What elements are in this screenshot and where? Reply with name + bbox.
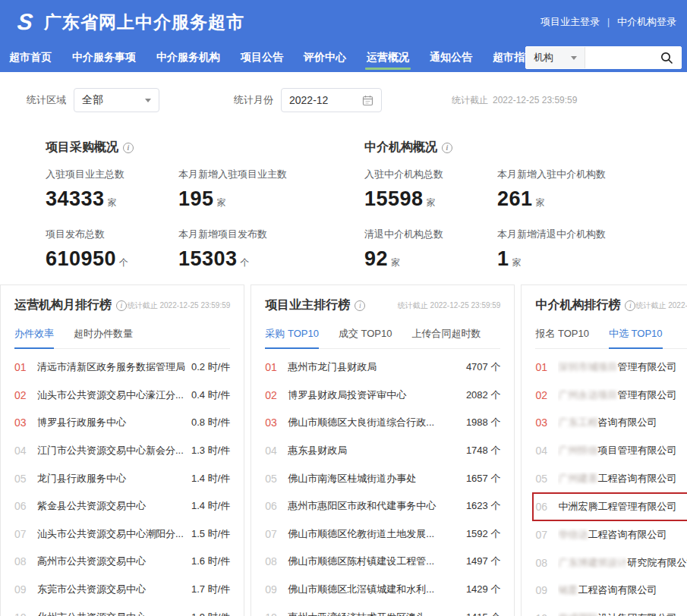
org-name-text: 研究院有限公司 [627,557,687,568]
panel-0-tab-0[interactable]: 办件效率 [14,321,54,348]
rank-value-number: 1.3 [191,445,205,456]
org-name: 佛山市南海区桂城街道办事处 [288,472,466,486]
stat-value: 34333家 [46,187,178,211]
stat-label: 项目发布总数 [46,228,178,241]
search-button[interactable] [652,47,681,68]
panel-2-tab-0[interactable]: 报名 TOP10 [535,321,589,348]
overview-stats-grid: 入驻项目业主总数34333家本月新增入驻项目业主数195家项目发布总数61095… [46,168,364,271]
ranking-row: 09东莞市公共资源交易中心1.7 时/件 [14,576,230,604]
overview-title-text: 中介机构概况 [364,140,437,156]
org-name: 佛山市顺德区伦教街道土地发展... [288,527,466,541]
ranking-row: 04江门市公共资源交易中心新会分...1.3 时/件 [14,437,230,465]
overview-stats-grid: 入驻中介机构总数15598家本月新增入驻中介机构数261家清退中介机构总数92家… [364,168,683,271]
nav-item-0[interactable]: 超市首页 [9,44,52,72]
info-icon[interactable]: i [116,300,127,311]
ranking-row: 05佛山市南海区桂城街道办事处1657 个 [265,464,500,492]
nav-item-3[interactable]: 项目公告 [241,44,283,72]
panel-1-tab-1[interactable]: 成交 TOP10 [339,321,392,348]
org-name: 东莞市公共资源交易中心 [37,583,191,596]
nav-item-6[interactable]: 通知公告 [430,44,472,72]
rank-value-number: 1748 [466,445,488,456]
nav-item-4[interactable]: 评价中心 [304,44,346,72]
panel-1-tab-0[interactable]: 采购 TOP10 [265,321,319,348]
rank-value-unit: 个 [488,555,501,567]
main-nav: 超市首页中介服务事项中介服务机构项目公告评价中心运营概况通知公告超市指南 机构 [0,44,687,72]
org-name: 博罗县行政服务中心 [37,416,191,429]
rank-value-number: 1988 [466,416,488,428]
rank-value: 1988 个 [466,416,501,429]
info-icon[interactable]: i [355,300,365,311]
org-name-text: 江门市公共资源交易中心新会分... [37,445,184,456]
org-name-text: 设计集团有限公司 [597,612,676,616]
search-input[interactable] [585,47,652,68]
org-name: 佛山市顺德区陈村镇建设工程管... [288,555,466,568]
org-name-text: 清远市清新区政务服务数据管理局 [37,361,185,372]
info-icon[interactable]: i [442,143,452,153]
panel-tabs: 办件效率超时办件数量 [14,321,230,349]
login-link-0[interactable]: 项目业主登录 [540,15,600,29]
panel-cutoff: 统计截止 2022-12-25 23:59:59 [398,300,501,311]
org-name-text: 龙门县行政服务中心 [37,473,126,484]
rank-number: 01 [535,361,558,373]
overview-section: 项目采购概况i入驻项目业主总数34333家本月新增入驻项目业主数195家项目发布… [0,123,687,275]
region-filter-select[interactable]: 全部 [74,88,159,112]
month-filter-input[interactable]: 2022-12 [281,88,382,112]
rank-value-unit: 个 [488,528,501,539]
org-name: 华信达工程咨询有限公司 [558,528,687,542]
nav-item-1[interactable]: 中介服务事项 [72,44,136,72]
search-category-select[interactable]: 机构 [526,47,585,68]
stats-cutoff: 统计截止2022-12-25 23:59:59 [452,94,577,107]
redacted-text: 广州建基 [558,473,597,484]
ranking-row: 01惠州市龙门县财政局4707 个 [265,354,500,382]
org-name: 高州市公共资源交易中心 [37,555,191,568]
stat-unit: 家 [536,197,546,208]
ranking-row: 06惠州市惠阳区市政和代建事务中心1623 个 [265,492,500,520]
ranking-row: 06紫金县公共资源交易中心1.4 时/件 [14,492,230,520]
ranking-panel-1: 项目业主排行榜i统计截止 2022-12-25 23:59:59采购 TOP10… [251,284,515,616]
panel-title: 中介机构排行榜 [535,297,620,313]
rank-value-unit: 个 [488,500,501,511]
panel-cutoff: 统计截止 2022-12-25 23:59:59 [635,300,687,311]
rank-value: 2082 个 [466,388,501,402]
org-name-text: 佛山市顺德区大良街道综合行政... [288,416,434,428]
stat-value: 261家 [497,187,683,211]
nav-item-5[interactable]: 运营概况 [367,44,409,72]
stat-label: 入驻中介机构总数 [364,168,497,181]
info-icon[interactable]: i [123,143,134,153]
rank-value-unit: 个 [488,611,501,616]
region-filter-value: 全部 [82,93,103,107]
org-name: 佛山市顺德区大良街道综合行政... [288,416,466,429]
org-name: 博罗县财政局投资评审中心 [288,388,466,402]
rank-value-number: 4707 [466,361,488,372]
panel-1-tab-2[interactable]: 上传合同超时数 [411,321,481,348]
stat-value: 92家 [364,247,497,271]
org-name-text: 惠东县财政局 [288,445,347,456]
rank-number: 05 [14,473,37,485]
rank-value: 1.6 时/件 [191,555,230,568]
info-icon[interactable]: i [625,300,635,311]
panel-0-tab-1[interactable]: 超时办件数量 [74,321,133,348]
rank-value-unit: 时/件 [205,389,230,401]
rank-number: 02 [535,389,558,401]
ranking-row: 10华成国际设计集团有限公司2301 个 [535,605,687,616]
ranking-row-highlighted: 06中洲宏腾工程管理有限公司2522 个 [532,492,687,521]
rank-value-unit: 时/件 [205,473,230,484]
redacted-text: 华信达 [558,529,588,540]
stat-unit: 家 [217,197,227,208]
login-link-1[interactable]: 中介机构登录 [617,15,676,29]
calendar-icon [362,95,373,106]
org-name-text: 佛山市南海区桂城街道办事处 [288,473,416,484]
org-name: 佛山市顺德区北滘镇城建和水利... [288,583,466,596]
stat-label: 入驻项目业主总数 [46,168,178,181]
ranking-list: 01惠州市龙门县财政局4707 个02博罗县财政局投资评审中心2082 个03佛… [265,354,500,616]
rank-value-unit: 个 [488,389,501,401]
nav-item-2[interactable]: 中介服务机构 [156,44,220,72]
redacted-text: 广东工程 [558,416,597,428]
rank-value-unit: 时/件 [205,528,230,539]
rank-value-number: 1415 [466,611,488,616]
ranking-row: 04惠东县财政局1748 个 [265,437,500,465]
redacted-text: 铭星 [558,584,578,596]
redacted-text: 华成国际 [558,612,597,616]
overview-title-text: 项目采购概况 [46,140,118,156]
panel-2-tab-1[interactable]: 中选 TOP10 [609,321,663,348]
